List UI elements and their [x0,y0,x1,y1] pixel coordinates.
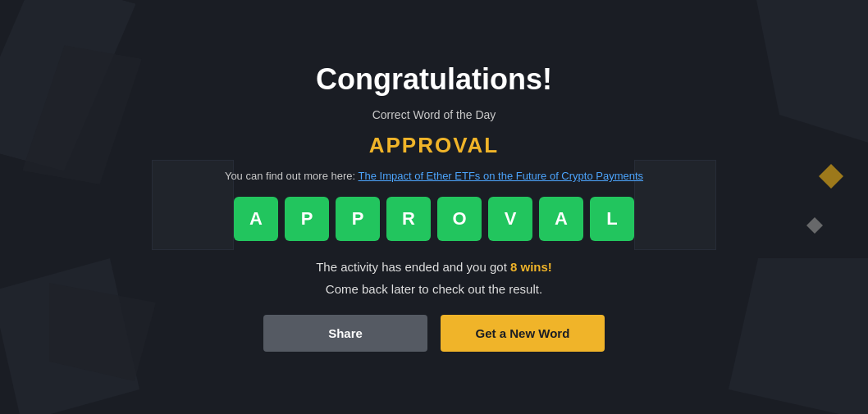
bg-shape-tl2 [22,42,142,188]
tile-2: P [336,197,380,241]
result-line2: Come back later to check out the result. [316,278,552,300]
word-of-day: APPROVAL [369,133,500,158]
tile-0: A [234,197,278,241]
bg-shape-tr1 [753,0,868,148]
subtitle-label: Correct Word of the Day [372,108,496,121]
result-text: The activity has ended and you got 8 win… [316,256,552,300]
bg-rect-right [634,160,716,250]
tile-7: L [590,197,634,241]
bg-shape-br1 [729,258,868,414]
bg-shape-tl1 [0,0,136,178]
link-paragraph: You can find out more here: The Impact o… [225,170,643,182]
tile-6: A [539,197,583,241]
result-line1: The activity has ended and you got 8 win… [316,256,552,278]
action-buttons: Share Get a New Word [263,315,605,352]
tile-4: O [437,197,482,241]
bg-diamond-br [806,217,823,234]
article-link[interactable]: The Impact of Ether ETFs on the Future o… [359,170,644,182]
share-button[interactable]: Share [263,315,427,352]
main-content: Congratulations! Correct Word of the Day… [225,62,643,352]
wins-count: 8 wins! [510,260,552,274]
get-new-word-button[interactable]: Get a New Word [441,315,605,352]
tile-5: V [488,197,532,241]
result-prefix: The activity has ended and you got [316,260,510,274]
bg-rect-left [152,160,234,250]
bg-shape-bl1 [0,258,139,414]
bg-diamond-tr [819,164,843,189]
bg-shape-bl2 [49,283,156,381]
tile-1: P [285,197,329,241]
page-title: Congratulations! [316,62,552,97]
tile-3: R [386,197,431,241]
letter-tiles-container: A P P R O V A L [234,197,634,241]
link-prefix: You can find out more here: [225,170,359,182]
